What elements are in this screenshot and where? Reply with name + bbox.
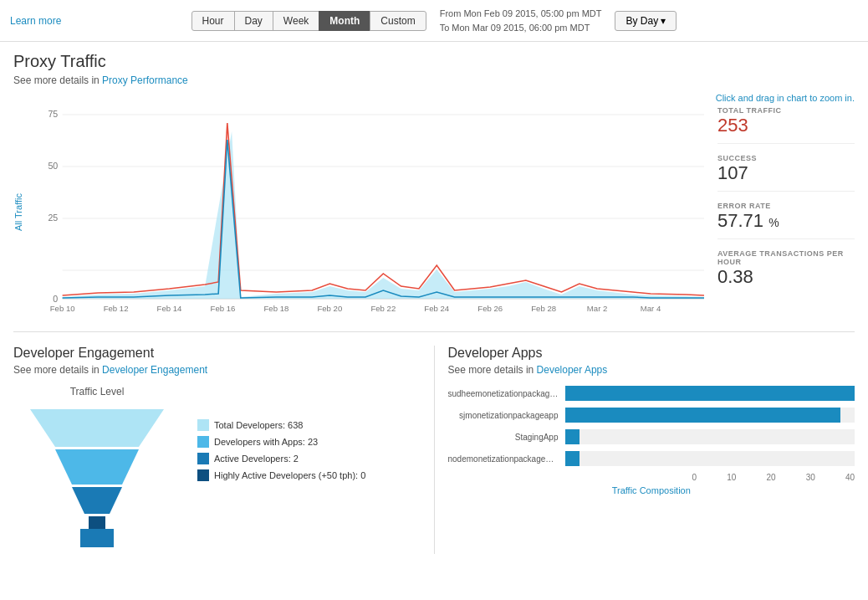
error-rate-label: ERROR RATE [717,202,855,210]
stats-panel: TOTAL TRAFFIC 253 SUCCESS 107 ERROR RATE… [704,106,855,305]
proxy-traffic-title: Proxy Traffic [13,52,855,71]
funnel-legend: Total Developers: 638 Developers with Ap… [197,386,365,486]
dev-apps-link[interactable]: Developer Apps [537,364,608,376]
svg-text:0: 0 [53,295,58,304]
bar-axis: 0 10 20 30 40 [572,473,855,482]
success-label: SUCCESS [717,154,855,162]
developer-engagement-section: Developer Engagement See more details in… [13,346,421,554]
avg-value: 0.38 [717,266,855,288]
svg-text:Feb 24: Feb 24 [424,305,449,313]
date-from: From Mon Feb 09 2015, 05:00 pm MDT [440,7,602,21]
week-button[interactable]: Week [273,11,319,31]
svg-text:Feb 18: Feb 18 [263,305,288,313]
funnel-chart-wrap: Traffic Level [13,386,181,554]
axis-10: 10 [727,473,736,482]
line-chart[interactable]: 75 50 25 0 Feb 10 Feb 12 Feb 14 Feb 16 F… [27,106,704,315]
avg-label: AVERAGE TRANSACTIONS PER HOUR [717,249,855,266]
svg-text:50: 50 [48,162,58,171]
hour-button[interactable]: Hour [191,11,235,31]
svg-rect-26 [80,529,114,547]
legend-item-2: Active Developers: 2 [197,453,365,464]
svg-text:Feb 14: Feb 14 [157,305,182,313]
bar-track-0 [565,386,855,401]
chart-container: All Traffic 75 50 25 0 [13,106,855,318]
top-bar: Learn more Hour Day Week Month Custom Fr… [0,0,868,42]
legend-item-3: Highly Active Developers (+50 tph): 0 [197,469,365,481]
dev-engagement-subtitle: See more details in Developer Engagement [13,364,421,376]
bar-chart: sudheemonetizationpackageapp sjmonetizat… [448,386,855,495]
proxy-performance-link[interactable]: Proxy Performance [102,74,188,86]
svg-text:Feb 12: Feb 12 [104,305,129,313]
bar-label-1: sjmonetizationpackageapp [448,411,565,420]
legend-label-3: Highly Active Developers (+50 tph): 0 [214,470,365,480]
proxy-traffic-subtitle: See more details in Proxy Performance [13,74,855,86]
bar-fill-1 [565,408,840,423]
legend-item-0: Total Developers: 638 [197,419,365,431]
svg-text:25: 25 [48,213,58,223]
axis-0: 0 [692,473,697,482]
bar-rows: sudheemonetizationpackageapp sjmonetizat… [448,386,855,466]
bar-fill-0 [565,386,855,401]
learn-more-link[interactable]: Learn more [10,15,61,27]
zoom-hint: Click and drag in chart to zoom in. [13,93,855,103]
bar-row-3: nodemonetizationpackageapp [448,451,855,466]
main-content: Proxy Traffic See more details in Proxy … [0,42,868,564]
bar-fill-2 [565,429,580,444]
month-button[interactable]: Month [319,11,370,31]
dev-engagement-title: Developer Engagement [13,346,421,361]
svg-rect-25 [89,516,105,529]
chart-wrap: 75 50 25 0 Feb 10 Feb 12 Feb 14 Feb 16 F… [27,106,704,318]
dev-engagement-link[interactable]: Developer Engagement [102,364,207,376]
bar-track-3 [565,451,855,466]
svg-text:Feb 20: Feb 20 [317,305,342,313]
error-rate-stat: ERROR RATE 57.71 % [717,202,855,239]
time-buttons: Hour Day Week Month Custom [191,11,426,31]
axis-30: 30 [806,473,815,482]
developer-apps-section: Developer Apps See more details in Devel… [434,346,855,554]
by-day-button[interactable]: By Day ▾ [615,11,677,31]
success-value: 107 [717,162,855,184]
legend-swatch-1 [197,436,209,448]
bar-axis-title: Traffic Composition [448,485,855,495]
success-stat: SUCCESS 107 [717,154,855,192]
day-button[interactable]: Day [234,11,273,31]
avg-stat: AVERAGE TRANSACTIONS PER HOUR 0.38 [717,249,855,295]
bar-label-0: sudheemonetizationpackageapp [448,389,565,398]
legend-swatch-0 [197,419,209,431]
date-to: To Mon Mar 09 2015, 06:00 pm MDT [440,21,602,35]
bar-row-2: StagingApp [448,429,855,444]
legend-swatch-2 [197,453,209,464]
legend-item-1: Developers with Apps: 23 [197,436,365,448]
svg-text:Feb 22: Feb 22 [370,305,396,313]
total-traffic-stat: TOTAL TRAFFIC 253 [717,106,855,144]
legend-label-2: Active Developers: 2 [214,454,299,464]
svg-text:Mar 4: Mar 4 [641,305,661,313]
funnel-title: Traffic Level [13,386,181,397]
axis-40: 40 [845,473,855,482]
svg-text:Feb 28: Feb 28 [531,305,556,313]
bar-track-1 [565,408,855,423]
svg-marker-24 [72,487,122,514]
bar-fill-3 [565,451,580,466]
funnel-chart [13,401,181,551]
dev-apps-title: Developer Apps [448,346,855,361]
bottom-row: Developer Engagement See more details in… [13,331,855,554]
custom-button[interactable]: Custom [370,11,426,31]
bar-row-1: sjmonetizationpackageapp [448,408,855,423]
date-range: From Mon Feb 09 2015, 05:00 pm MDT To Mo… [440,7,602,34]
svg-text:75: 75 [48,110,58,119]
bar-track-2 [565,429,855,444]
bar-label-2: StagingApp [448,433,565,442]
bar-row-0: sudheemonetizationpackageapp [448,386,855,401]
svg-text:Feb 26: Feb 26 [477,305,503,313]
error-rate-value: 57.71 % [717,210,855,232]
total-traffic-label: TOTAL TRAFFIC [717,106,855,115]
bar-label-3: nodemonetizationpackageapp [448,454,565,464]
svg-marker-23 [55,449,139,485]
total-traffic-value: 253 [717,115,855,136]
y-axis-label: All Traffic [13,193,23,231]
dev-apps-subtitle: See more details in Developer Apps [448,364,855,376]
svg-text:Feb 16: Feb 16 [211,305,236,313]
legend-label-1: Developers with Apps: 23 [214,437,318,447]
funnel-container: Traffic Level [13,386,421,554]
